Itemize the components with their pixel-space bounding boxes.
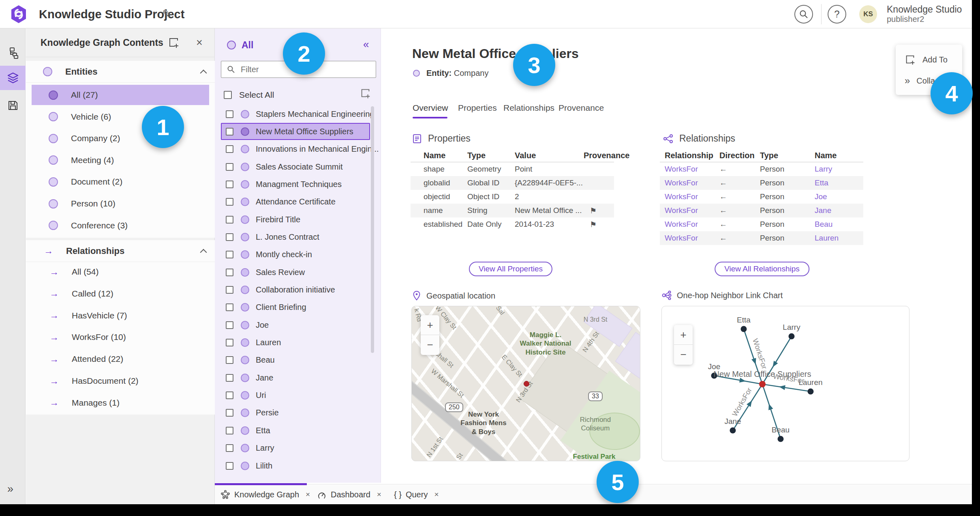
graph-item-row[interactable]: New Metal Office Suppliers [221,123,370,140]
tab-dashboard[interactable]: Dashboard × [317,487,381,502]
contents-tool[interactable] [0,66,26,90]
zoom-out-button[interactable]: − [674,345,693,365]
relationship-filter-item[interactable]: →Attended (22) [32,349,209,369]
select-all-checkbox[interactable] [224,91,232,99]
column-header: Type [760,151,778,160]
entity-filter-item[interactable]: All (27) [32,85,209,105]
chart-node[interactable] [808,389,814,395]
related-name-link[interactable]: Etta [815,178,828,187]
graph-item-row[interactable]: Beau [221,352,370,369]
add-to-new-button[interactable] [360,88,371,99]
graph-item-row[interactable]: Client Briefing [221,299,370,316]
relationships-icon [663,133,674,144]
relationship-link[interactable]: WorksFor [665,220,698,229]
graph-item-row[interactable]: Firebird Title [221,211,370,228]
relationship-filter-item[interactable]: →WorksFor (10) [32,327,209,347]
related-name-link[interactable]: Joe [815,192,827,201]
graph-item-row[interactable]: Sales Associate Summit [221,158,370,175]
graph-item-row[interactable]: Managment Techniques [221,176,370,193]
view-all-properties-button[interactable]: View All Properties [469,262,552,276]
entity-filter-item[interactable]: Conference (3) [32,215,209,236]
chart-node[interactable] [789,333,795,340]
relationship-link[interactable]: WorksFor [665,165,698,174]
relationships-section-header[interactable]: → Relationships [26,240,215,262]
avatar[interactable]: KS [859,5,877,23]
view-all-relationships-button[interactable]: View All Relationships [715,262,809,276]
close-tab-icon[interactable]: × [434,490,439,499]
item-checkbox [226,321,233,329]
save-tool[interactable] [0,93,26,118]
entity-dot-icon [241,321,249,329]
graph-item-row[interactable]: L. Jones Contract [221,228,370,245]
relationship-filter-item[interactable]: →Manages (1) [32,393,209,413]
entity-filter-item[interactable]: Person (10) [32,194,209,214]
close-panel-button[interactable]: × [196,37,203,49]
relationship-filter-item[interactable]: →Called (12) [32,284,209,304]
relationship-filter-item[interactable]: →HasVehicle (7) [32,305,209,326]
entity-filter-item[interactable]: Meeting (4) [32,150,209,170]
data-model-tool[interactable] [0,41,26,65]
graph-item-row[interactable]: Innovations in Mechanical Engin... [221,141,370,158]
chart-node[interactable] [741,326,747,332]
one-hop-link-chart[interactable]: WorksForWorksForWorksForEttaLarryJoeLaur… [661,306,909,461]
zoom-in-button[interactable]: + [674,325,693,345]
expand-rail-button[interactable]: » [7,483,12,495]
entity-filter-label: Meeting (4) [71,155,114,165]
tab-relationships[interactable]: Relationships [503,103,554,113]
provenance-flag-icon[interactable]: ⚑ [590,220,597,229]
add-to-button[interactable]: Add To [896,50,962,69]
property-value: 2014-01-23 [515,220,554,229]
relationship-link[interactable]: WorksFor [665,178,698,187]
edit-title-icon[interactable]: ✎ [162,7,171,21]
graph-item-row[interactable]: Larry [221,440,370,457]
graph-item-row[interactable]: Uri [221,387,370,404]
related-name-link[interactable]: Beau [815,220,832,229]
graph-item-row[interactable]: Collaboration initiative [221,282,370,299]
relationship-link[interactable]: WorksFor [665,192,698,201]
geospatial-map[interactable]: k RdW Clay StSalarshall StW Marshall StE… [411,306,640,461]
user-menu[interactable]: Knowledge Studio publisher2 [887,4,962,24]
tab-provenance[interactable]: Provenance [558,103,604,113]
graph-item-row[interactable]: Lauren [221,334,370,351]
provenance-flag-icon[interactable]: ⚑ [590,206,597,215]
chart-node[interactable] [778,436,784,442]
tab-properties[interactable]: Properties [458,103,497,113]
close-tab-icon[interactable]: × [306,490,310,499]
table-row: WorksFor←PersonBeau [660,217,863,231]
related-name-link[interactable]: Jane [815,206,831,215]
graph-item-row[interactable]: Joe [221,316,370,333]
related-name-link[interactable]: Larry [815,165,832,174]
entities-section-header[interactable]: Entities [26,61,215,83]
search-button[interactable] [794,5,813,24]
add-to-new-button[interactable] [168,37,180,49]
tab-query[interactable]: { } Query × [394,487,439,502]
graph-item-row[interactable]: Etta [221,422,370,439]
relationship-filter-item[interactable]: →All (54) [32,262,209,282]
chevron-up-icon[interactable] [200,70,207,77]
graph-item-row[interactable]: Attendance Certificate [221,194,370,211]
tab-knowledge-graph[interactable]: Knowledge Graph × [220,487,310,502]
properties-table: NameTypeValueProvenance shapeGeometryPoi… [411,151,614,231]
collapse-list-panel-button[interactable]: « [363,38,369,51]
zoom-out-button[interactable]: − [421,335,439,355]
relationship-filter-item[interactable]: →HasDocument (2) [32,371,209,391]
close-tab-icon[interactable]: × [377,490,381,499]
graph-item-row[interactable]: Lilith [221,457,370,474]
tab-overview[interactable]: Overview [413,103,448,113]
graph-item-row[interactable]: Montly check-in [221,246,370,263]
chart-center-node[interactable] [759,381,766,387]
chart-node[interactable] [730,428,736,434]
help-button[interactable]: ? [828,5,846,24]
relationship-link[interactable]: WorksFor [665,234,698,243]
chevron-up-icon[interactable] [200,249,207,256]
graph-item-row[interactable]: Persie [221,404,370,421]
entity-filter-item[interactable]: Document (2) [32,172,209,192]
graph-item-row[interactable]: Sales Review [221,264,370,281]
scrollbar[interactable] [371,106,374,353]
graph-item-row[interactable]: Staplers Mechanical Engineering [221,105,370,123]
related-name-link[interactable]: Lauren [815,234,839,243]
zoom-in-button[interactable]: + [421,315,439,335]
relationship-link[interactable]: WorksFor [665,206,698,215]
graph-item-row[interactable]: Jane [221,369,370,386]
list-panel-title: All [242,40,253,51]
